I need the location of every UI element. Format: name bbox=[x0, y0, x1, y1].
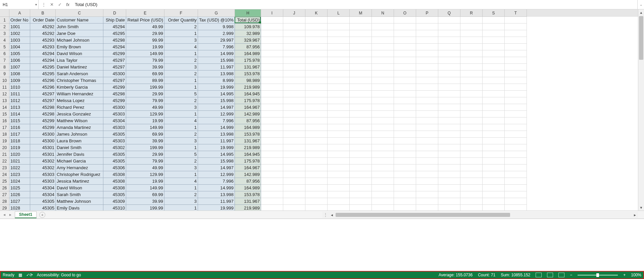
data-cell[interactable]: 45303 bbox=[103, 124, 126, 131]
data-cell[interactable]: Matthew Wilson bbox=[56, 118, 103, 124]
cell[interactable] bbox=[261, 24, 283, 30]
data-cell[interactable]: Amy Hernandez bbox=[56, 165, 103, 171]
cell[interactable] bbox=[438, 144, 460, 151]
cell[interactable] bbox=[460, 97, 483, 104]
cell[interactable] bbox=[460, 91, 483, 97]
data-cell[interactable]: 98.989 bbox=[235, 77, 261, 84]
data-cell[interactable]: 1 bbox=[164, 144, 198, 151]
data-cell[interactable]: Daniel Martinez bbox=[56, 64, 103, 71]
cell[interactable] bbox=[328, 144, 350, 151]
data-cell[interactable]: 45300 bbox=[30, 131, 56, 138]
cell[interactable] bbox=[460, 131, 483, 138]
data-cell[interactable]: Jennifer Davis bbox=[56, 151, 103, 158]
cell[interactable] bbox=[438, 50, 460, 57]
data-cell[interactable]: 14.999 bbox=[198, 124, 235, 131]
cell[interactable] bbox=[305, 97, 328, 104]
data-cell[interactable]: 14.997 bbox=[198, 104, 235, 111]
cell[interactable] bbox=[350, 71, 372, 77]
cell[interactable] bbox=[328, 71, 350, 77]
cell[interactable] bbox=[505, 77, 527, 84]
data-cell[interactable]: 1028 bbox=[9, 205, 30, 211]
column-header-J[interactable]: J bbox=[283, 9, 305, 17]
data-cell[interactable]: 45302 bbox=[30, 165, 56, 171]
data-cell[interactable]: 5 bbox=[164, 151, 198, 158]
cell[interactable] bbox=[261, 111, 283, 118]
cell[interactable] bbox=[261, 57, 283, 64]
data-cell[interactable]: 45304 bbox=[103, 118, 126, 124]
cell[interactable] bbox=[372, 124, 394, 131]
cell[interactable] bbox=[438, 185, 460, 191]
data-cell[interactable]: 4 bbox=[164, 178, 198, 185]
data-cell[interactable]: 1020 bbox=[9, 151, 30, 158]
data-cell[interactable]: 45303 bbox=[103, 138, 126, 144]
cell[interactable] bbox=[416, 97, 438, 104]
zoom-out-button[interactable]: − bbox=[570, 273, 572, 277]
cell[interactable] bbox=[372, 44, 394, 50]
cell[interactable] bbox=[505, 205, 527, 211]
data-cell[interactable]: 3 bbox=[164, 165, 198, 171]
cell[interactable] bbox=[283, 118, 305, 124]
data-cell[interactable]: 1 bbox=[164, 185, 198, 191]
cell[interactable] bbox=[483, 97, 505, 104]
cell[interactable] bbox=[261, 198, 283, 205]
cell[interactable] bbox=[460, 138, 483, 144]
data-cell[interactable]: Sarah Smith bbox=[56, 191, 103, 198]
cell[interactable] bbox=[483, 77, 505, 84]
cell[interactable] bbox=[372, 185, 394, 191]
data-cell[interactable]: 1014 bbox=[9, 111, 30, 118]
cell[interactable] bbox=[350, 124, 372, 131]
data-cell[interactable]: 45309 bbox=[103, 198, 126, 205]
cell[interactable] bbox=[261, 37, 283, 44]
cell[interactable] bbox=[372, 158, 394, 165]
cell[interactable] bbox=[328, 97, 350, 104]
cell[interactable] bbox=[328, 24, 350, 30]
data-cell[interactable]: 3 bbox=[164, 104, 198, 111]
cell[interactable] bbox=[328, 91, 350, 97]
cell[interactable] bbox=[283, 111, 305, 118]
data-cell[interactable]: 45305 bbox=[103, 151, 126, 158]
cell[interactable] bbox=[261, 91, 283, 97]
cell[interactable] bbox=[438, 111, 460, 118]
cell[interactable] bbox=[483, 131, 505, 138]
data-cell[interactable]: 45293 bbox=[30, 44, 56, 50]
cell[interactable] bbox=[394, 30, 416, 37]
column-header-H[interactable]: H bbox=[235, 9, 261, 17]
data-cell[interactable]: 1 bbox=[164, 205, 198, 211]
cell[interactable] bbox=[505, 71, 527, 77]
cell[interactable] bbox=[283, 191, 305, 198]
cell[interactable] bbox=[483, 144, 505, 151]
cell[interactable] bbox=[416, 138, 438, 144]
cell[interactable] bbox=[438, 191, 460, 198]
data-cell[interactable]: Christopher Thomas bbox=[56, 77, 103, 84]
data-cell[interactable]: 45305 bbox=[103, 191, 126, 198]
cell[interactable] bbox=[283, 91, 305, 97]
row-header-26[interactable]: 26 bbox=[0, 185, 9, 191]
data-cell[interactable]: 142.989 bbox=[235, 111, 261, 118]
row-header-27[interactable]: 27 bbox=[0, 191, 9, 198]
data-cell[interactable]: 69.99 bbox=[126, 131, 164, 138]
data-cell[interactable]: Matthew Johnson bbox=[56, 198, 103, 205]
cell[interactable] bbox=[460, 57, 483, 64]
cell[interactable] bbox=[394, 104, 416, 111]
data-cell[interactable]: 1008 bbox=[9, 71, 30, 77]
view-page-layout-button[interactable] bbox=[547, 273, 553, 277]
cell[interactable] bbox=[438, 77, 460, 84]
cell[interactable] bbox=[483, 165, 505, 171]
data-cell[interactable]: 1024 bbox=[9, 178, 30, 185]
cell[interactable] bbox=[460, 191, 483, 198]
data-cell[interactable]: 19.999 bbox=[198, 84, 235, 91]
column-header-O[interactable]: O bbox=[394, 9, 416, 17]
data-cell[interactable]: 1009 bbox=[9, 77, 30, 84]
data-cell[interactable]: 45294 bbox=[30, 50, 56, 57]
cell[interactable] bbox=[305, 165, 328, 171]
horizontal-scrollbar[interactable]: ⋮ ◄ ► bbox=[322, 212, 638, 218]
cell[interactable] bbox=[438, 17, 460, 24]
data-cell[interactable]: 45301 bbox=[30, 144, 56, 151]
data-cell[interactable]: 7.996 bbox=[198, 44, 235, 50]
cell[interactable] bbox=[261, 97, 283, 104]
data-cell[interactable]: 87.956 bbox=[235, 178, 261, 185]
cell[interactable] bbox=[505, 124, 527, 131]
hscroll-splitter-icon[interactable]: ⋮ bbox=[322, 213, 329, 217]
data-cell[interactable]: 11.997 bbox=[198, 138, 235, 144]
cell[interactable] bbox=[416, 131, 438, 138]
